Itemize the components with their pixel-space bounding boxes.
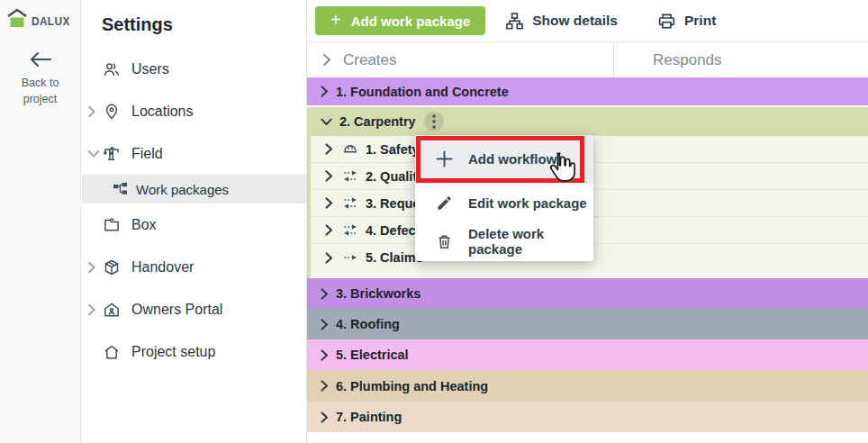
group-row--roofing[interactable]: 4. Roofing: [307, 309, 868, 339]
context-menu: Add workflowEdit work packageDelete work…: [415, 135, 593, 261]
print-button[interactable]: Print: [657, 12, 716, 31]
group-row-label: 6. Plumbing and Heating: [336, 379, 488, 393]
group-row-label: 4. Roofing: [336, 317, 400, 331]
work-packages-panel: + Add work package Show details: [306, 0, 868, 443]
menu-item-delete-work-package[interactable]: Delete work package: [415, 222, 593, 261]
pencil-icon: [436, 194, 453, 212]
home-icon: [103, 343, 121, 361]
settings-sidebar: Settings UsersLocationsFieldWork package…: [82, 0, 306, 443]
chevron-right-icon: [321, 349, 329, 361]
chevron-right-icon: [87, 105, 96, 118]
chevron-right-icon: [322, 53, 331, 67]
plus-icon: +: [330, 11, 341, 29]
left-rail: DALUX Back to project: [0, 0, 81, 443]
chevron-right-icon: [325, 224, 333, 236]
show-details-label: Show details: [532, 13, 618, 29]
column-header-creates[interactable]: Creates: [322, 51, 397, 69]
users-icon: [103, 60, 121, 78]
sidebar-item-label: Box: [131, 217, 157, 233]
group-row--carpentry[interactable]: 2. Carpentry: [307, 107, 868, 136]
sidebar-item-owners-portal[interactable]: Owners Portal: [82, 288, 306, 330]
chevron-right-icon: [321, 411, 329, 423]
sidebar-item-field[interactable]: Field: [82, 132, 306, 175]
creates-header-label: Creates: [343, 51, 397, 69]
group-row--plumbing-and-heating[interactable]: 6. Plumbing and Heating: [307, 370, 868, 402]
page-title: Settings: [102, 14, 306, 35]
sidebar-item-users[interactable]: Users: [82, 48, 306, 90]
sidebar-item-work-packages[interactable]: Work packages: [82, 175, 306, 203]
show-details-button[interactable]: Show details: [505, 12, 618, 31]
sidebar-item-label: Users: [131, 61, 169, 77]
chevron-right-icon: [87, 261, 96, 274]
group-row-label: 5. Electrical: [336, 348, 409, 362]
dashed-arrow-icon: [342, 249, 358, 266]
group-row-label: 1. Foundation and Concrete: [336, 85, 509, 99]
chevron-right-icon: [321, 319, 329, 330]
group-row-label: 7. Painting: [336, 410, 402, 424]
back-to-project-button[interactable]: Back to project: [0, 51, 80, 107]
column-header-responds[interactable]: Responds: [653, 51, 722, 69]
back-arrow-icon: [0, 51, 80, 71]
menu-item-label: Delete work package: [468, 226, 593, 257]
house-user-icon: [103, 301, 121, 319]
dalux-logo-text: DALUX: [32, 14, 70, 28]
group-row--painting[interactable]: 7. Painting: [307, 402, 868, 432]
group-row--electrical[interactable]: 5. Electrical: [307, 339, 868, 370]
sidebar-item-project-setup[interactable]: Project setup: [82, 330, 306, 373]
sidebar-item-handover[interactable]: Handover: [82, 246, 306, 288]
chevron-right-icon: [321, 86, 329, 97]
workflow-row-label: 1. Safety: [366, 142, 420, 157]
sidebar-item-label: Locations: [131, 104, 194, 120]
dalux-house-icon: [5, 8, 29, 33]
package-icon: [103, 258, 121, 276]
sidebar-item-label: Owners Portal: [131, 302, 222, 318]
responds-header-label: Responds: [653, 51, 722, 68]
sidebar-item-label: Field: [131, 146, 163, 162]
printer-icon: [657, 12, 676, 31]
exchange-arrows-icon: [342, 195, 358, 212]
sidebar-item-locations[interactable]: Locations: [82, 90, 306, 132]
table-header: Creates Responds: [307, 41, 868, 77]
menu-item-add-workflow[interactable]: Add workflow: [415, 135, 593, 184]
chevron-right-icon: [325, 197, 333, 209]
chevron-down-icon: [321, 118, 332, 126]
workflow-icon: [113, 182, 128, 197]
chevron-right-icon: [321, 380, 329, 392]
chevron-right-icon: [321, 288, 329, 300]
row-menu-kebab-button[interactable]: [424, 112, 444, 131]
menu-item-edit-work-package[interactable]: Edit work package: [415, 184, 593, 222]
menu-item-label: Add workflow: [468, 151, 556, 167]
trash-icon: [436, 233, 453, 250]
toolbar: + Add work package Show details: [307, 0, 868, 41]
back-to-project-label: Back to project: [0, 75, 80, 107]
sidebar-nav: UsersLocationsFieldWork packagesBoxHando…: [82, 48, 306, 373]
group-row--brickworks[interactable]: 3. Brickworks: [307, 278, 868, 309]
org-chart-icon: [505, 12, 524, 31]
menu-item-label: Edit work package: [468, 195, 587, 211]
dalux-logo: DALUX: [0, 0, 80, 33]
sidebar-item-label: Handover: [131, 259, 194, 276]
exchange-arrows-icon: [342, 222, 358, 239]
workflow-row-label: 4. Defect: [366, 223, 420, 238]
plus-icon: [436, 150, 453, 167]
add-work-package-label: Add work package: [351, 14, 471, 29]
chevron-right-icon: [325, 170, 333, 182]
hardhat-icon: [342, 141, 358, 158]
folder-icon: [103, 216, 121, 234]
chevron-right-icon: [325, 143, 333, 155]
group-row-label: 2. Carpentry: [339, 114, 416, 129]
sidebar-item-label: Work packages: [136, 182, 229, 197]
add-work-package-button[interactable]: + Add work package: [315, 6, 485, 35]
chevron-right-icon: [87, 303, 96, 316]
dalux-settings-window: DALUX Back to project Settings UsersLoca…: [0, 0, 868, 443]
sidebar-item-box[interactable]: Box: [82, 203, 306, 246]
kebab-icon: [432, 114, 436, 129]
exchange-arrows-icon: [342, 168, 358, 185]
print-label: Print: [684, 13, 716, 29]
group-row--foundation-and-concrete[interactable]: 1. Foundation and Concrete: [307, 77, 868, 105]
group-row-label: 3. Brickworks: [336, 286, 420, 301]
location-pin-icon: [103, 103, 121, 121]
crane-icon: [103, 145, 121, 163]
chevron-right-icon: [325, 252, 333, 264]
chevron-down-icon: [87, 149, 100, 158]
